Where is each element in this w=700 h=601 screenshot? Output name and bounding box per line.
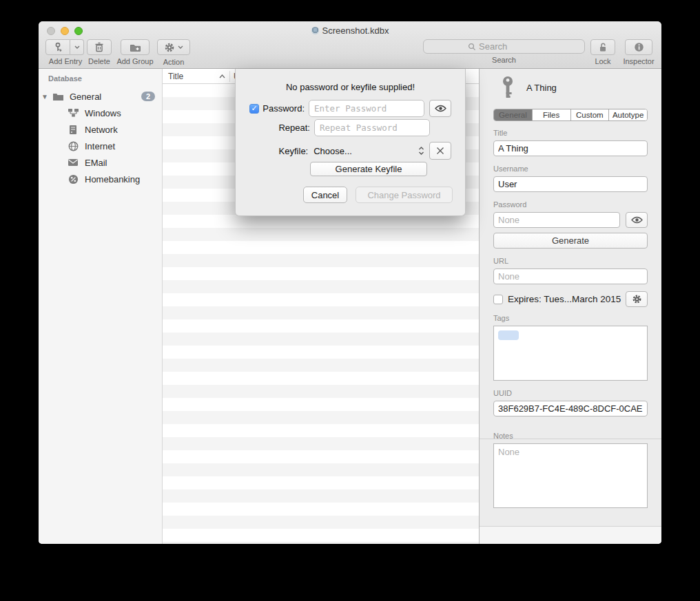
password-label: Password — [493, 200, 648, 209]
tab-files[interactable]: Files — [533, 109, 571, 120]
generate-keyfile-button[interactable]: Generate Keyfile — [310, 162, 427, 176]
list-row-stripe — [163, 280, 479, 293]
sidebar-item-label: EMail — [85, 158, 107, 168]
tab-custom[interactable]: Custom — [571, 109, 610, 120]
delete-label: Delete — [87, 57, 112, 65]
tab-general[interactable]: General — [494, 109, 533, 120]
trash-icon — [94, 42, 104, 52]
generate-password-button[interactable]: Generate — [493, 233, 648, 249]
search-icon — [468, 43, 476, 51]
globe-icon — [68, 141, 79, 151]
sidebar-item-email[interactable]: EMail — [39, 154, 162, 171]
action-label: Action — [157, 58, 190, 66]
list-row-stripe — [163, 489, 479, 503]
sidebar-item-windows[interactable]: Windows — [39, 105, 162, 121]
sort-ascending-icon — [219, 74, 225, 78]
uuid-field[interactable] — [493, 401, 648, 417]
password-field[interactable] — [493, 212, 620, 228]
inspector-footer — [480, 526, 661, 544]
add-group-button[interactable] — [121, 39, 150, 55]
list-row-stripe — [163, 267, 479, 280]
list-row-stripe — [163, 359, 479, 372]
clear-keyfile-button[interactable] — [429, 142, 451, 160]
sidebar-item-label: General — [70, 92, 101, 102]
list-row-stripe — [163, 385, 479, 398]
list-row-stripe — [163, 450, 479, 463]
reveal-password-button[interactable] — [626, 212, 648, 228]
search-field[interactable] — [423, 39, 585, 54]
inspector-label: Inspector — [621, 57, 657, 65]
tab-autotype[interactable]: Autotype — [609, 109, 647, 120]
sidebar-item-internet[interactable]: Internet — [39, 138, 162, 154]
percent-icon — [68, 174, 79, 184]
disclosure-triangle-icon[interactable]: ▼ — [39, 93, 51, 101]
search-input[interactable] — [479, 41, 580, 52]
stepper-icon — [418, 147, 424, 155]
new-password-input[interactable] — [309, 100, 424, 117]
list-row-stripe — [163, 228, 479, 241]
list-row-stripe — [163, 346, 479, 359]
add-entry-dropdown[interactable] — [70, 39, 84, 55]
notes-field[interactable] — [493, 443, 648, 508]
expires-settings-button[interactable] — [626, 291, 648, 307]
column-header-title[interactable]: Title — [163, 72, 219, 81]
sidebar-item-network[interactable]: Network — [39, 121, 162, 138]
list-row-stripe — [163, 372, 479, 385]
list-row-stripe — [163, 542, 479, 544]
lock-button[interactable] — [590, 39, 615, 55]
password-label: Password: — [259, 103, 305, 114]
sidebar-item-label: Windows — [85, 108, 121, 118]
list-row-stripe — [163, 476, 479, 489]
key-plus-icon — [52, 42, 63, 53]
sidebar-item-label: Internet — [85, 141, 115, 151]
repeat-password-input[interactable] — [314, 119, 430, 136]
inspector-panel: A Thing General Files Custom Autotype Ti… — [480, 69, 661, 544]
window-title: Screenshot.kdbx — [39, 25, 661, 36]
change-password-button[interactable]: Change Password — [356, 187, 453, 203]
add-entry-button[interactable] — [45, 39, 70, 55]
eye-icon — [435, 105, 446, 112]
lock-label: Lock — [590, 57, 616, 65]
password-enable-checkbox[interactable]: ✓ — [249, 104, 259, 114]
inspector-button[interactable] — [625, 39, 652, 55]
sidebar-section-header: Database — [39, 74, 162, 83]
sidebar-item-homebanking[interactable]: Homebanking — [39, 171, 162, 187]
keyfile-popup[interactable]: Choose... — [312, 146, 424, 156]
list-row-stripe — [163, 398, 479, 411]
expires-checkbox[interactable] — [493, 295, 503, 304]
title-label: Title — [493, 129, 648, 137]
add-entry-label: Add Entry — [45, 57, 85, 65]
envelope-icon — [68, 158, 79, 167]
repeat-label: Repeat: — [249, 123, 310, 133]
entry-title: A Thing — [526, 83, 557, 93]
column-divider[interactable] — [229, 71, 230, 82]
search-label: Search — [423, 56, 585, 64]
username-field[interactable] — [493, 176, 648, 192]
cancel-button[interactable]: Cancel — [303, 187, 347, 203]
close-icon — [436, 147, 444, 155]
list-row-stripe — [163, 241, 479, 254]
list-row-stripe — [163, 424, 479, 437]
expires-label[interactable]: Expires: Tues...March 2015 — [508, 294, 621, 304]
title-field[interactable] — [493, 140, 648, 156]
reveal-password-button[interactable] — [429, 100, 451, 117]
chevron-down-icon — [74, 45, 80, 49]
tag-token[interactable] — [498, 330, 519, 340]
windows-network-icon — [68, 108, 79, 118]
gear-icon — [632, 294, 642, 304]
list-row-stripe — [163, 529, 479, 542]
delete-button[interactable] — [87, 39, 112, 55]
list-row-stripe — [163, 215, 479, 228]
titlebar-toolbar: Screenshot.kdbx — [39, 21, 661, 69]
server-icon — [69, 125, 77, 135]
tags-field[interactable] — [493, 326, 648, 381]
action-button[interactable] — [157, 39, 190, 55]
key-icon — [500, 76, 515, 99]
folder-icon — [52, 92, 64, 101]
keyfile-popup-value: Choose... — [313, 146, 352, 156]
document-proxy-icon — [311, 27, 319, 34]
sidebar-item-general[interactable]: ▼ General 2 — [39, 88, 162, 105]
url-field[interactable] — [493, 268, 648, 284]
list-row-stripe — [163, 463, 479, 476]
list-row-stripe — [163, 503, 479, 516]
